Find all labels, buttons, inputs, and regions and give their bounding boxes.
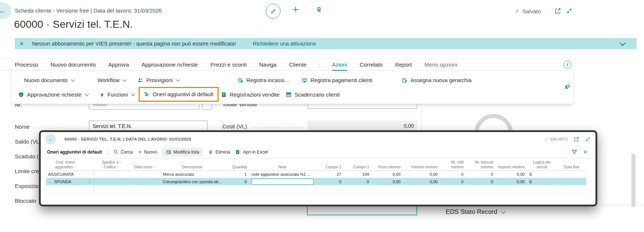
cell-value[interactable]: SPONDA — [54, 179, 71, 184]
cell-row-menu[interactable] — [85, 185, 94, 193]
cell-descrizione[interactable] — [160, 185, 224, 193]
col-nr-bancali-minimo[interactable]: Nr. bancali minimo — [466, 159, 495, 171]
factbox-heading-eds-stato-record[interactable]: EDS Stato Record — [446, 208, 505, 216]
menu-item-cliente[interactable]: Cliente — [289, 61, 306, 68]
cell-campo-2[interactable]: 0 — [343, 178, 371, 185]
cell-logica-vincoli[interactable] — [527, 185, 557, 193]
cell-campo-2[interactable] — [343, 185, 371, 193]
cell-data-inizio[interactable] — [129, 171, 160, 178]
ribbon-nuovo-documento[interactable]: Nuovo documento — [24, 75, 74, 85]
col-campo-2[interactable]: Campo 2 — [343, 159, 371, 171]
col-quantita[interactable]: Quantità — [224, 159, 249, 171]
close-icon[interactable]: × — [20, 40, 24, 47]
back-button[interactable]: ← — [0, 2, 11, 19]
chevron-down-icon[interactable] — [620, 40, 626, 46]
edit-button[interactable] — [266, 4, 280, 19]
ribbon-assegna-nuova-gerarchia[interactable]: Assegna nuova gerarchia — [402, 75, 471, 85]
search-button[interactable]: Cerca — [113, 149, 133, 155]
col-spedire-a[interactable]: Spedire a - Codice ↑ — [94, 159, 129, 171]
popout-icon[interactable] — [574, 137, 579, 142]
menu-item-nuovo-documento[interactable]: Nuovo documento — [51, 61, 96, 68]
col-descrizione[interactable]: Descrizione — [160, 159, 224, 171]
ribbon-workflow[interactable]: Workflow — [97, 75, 126, 85]
cell-cod-onere[interactable] — [46, 185, 85, 193]
delete-record-button[interactable] — [316, 6, 322, 13]
pin-icon[interactable] — [563, 83, 571, 91]
cell-nr-bancali-minimo[interactable]: 0 — [466, 171, 495, 178]
col-logica-vincoli[interactable]: Logica dei vincoli — [527, 159, 557, 171]
delete-button[interactable]: Elimina — [208, 149, 230, 155]
menu-item-approva[interactable]: Approva — [108, 61, 129, 68]
cell-peso-minimo[interactable]: 0,00 — [371, 171, 403, 178]
cell-descrizione[interactable]: Consegna/ritiro con sponda idr... — [160, 178, 224, 185]
col-note[interactable]: Note — [249, 159, 316, 171]
cell-data-fine[interactable] — [557, 185, 586, 193]
cell-campo-1[interactable]: 0 — [316, 178, 343, 185]
cell-volume-minimo[interactable]: 0,00 — [403, 178, 440, 185]
shrink-arrows-icon[interactable] — [585, 137, 591, 142]
cell-peso-minimo[interactable] — [371, 185, 403, 193]
col-campo-1[interactable]: Campo 1 — [316, 159, 343, 171]
cell-spedire-a[interactable] — [94, 178, 129, 185]
cell-spedire-a[interactable] — [94, 185, 129, 193]
menu-item-azioni[interactable]: Azioni — [332, 61, 347, 68]
menu-item-report[interactable]: Report — [395, 61, 412, 68]
note-input[interactable] — [252, 179, 313, 185]
cell-note-editing[interactable] — [249, 178, 316, 185]
ribbon-registrazioni-vendite[interactable]: Registrazioni vendite — [221, 90, 280, 100]
cell-nr-bancali-minimo[interactable] — [466, 185, 495, 193]
cell-quantita[interactable]: 0 — [224, 178, 249, 185]
cell-quantita[interactable] — [224, 185, 249, 193]
ribbon-funzioni[interactable]: Funzioni — [100, 90, 135, 100]
table-row[interactable]: ASSICURATA Merce assicurata 1 note aggiu… — [46, 171, 586, 178]
list-options-icon[interactable]: ≡ — [584, 149, 587, 155]
ribbon-provvigioni[interactable]: Provvigioni — [137, 75, 179, 85]
col-data-inizio[interactable]: Data inizio ↑ — [129, 159, 160, 171]
col-volume-minimo[interactable]: Volume minimo — [403, 159, 440, 171]
cell-nr-colli-minimo[interactable]: 0 — [440, 178, 466, 185]
menu-item-processo[interactable]: Processo — [15, 61, 38, 68]
open-in-excel-button[interactable]: Apri in Excel — [236, 149, 268, 155]
cell-quantita[interactable]: 1 — [224, 171, 249, 178]
col-nr-colli-minimo[interactable]: Nr. colli minimo — [440, 159, 466, 171]
cell-importo-minimo[interactable]: 0,00 — [495, 171, 527, 178]
col-peso-minimo[interactable]: Peso minimo — [371, 159, 403, 171]
menu-item-meno-opzioni[interactable]: Meno opzioni — [424, 61, 457, 68]
menu-item-prezzi-e-sconti[interactable]: Prezzi e sconti — [210, 61, 247, 68]
cell-volume-minimo[interactable] — [403, 185, 440, 193]
cell-importo-minimo[interactable]: 0,00 — [495, 178, 527, 185]
new-record-button[interactable]: + — [292, 4, 299, 15]
cell-importo-minimo[interactable] — [495, 185, 527, 193]
menu-item-correlato[interactable]: Correlato — [360, 61, 383, 68]
cell-note[interactable] — [249, 185, 316, 193]
cell-cod-onere[interactable]: ASSICURATA — [46, 171, 85, 178]
cell-volume-minimo[interactable]: 0,00 — [403, 171, 440, 178]
cell-campo-1[interactable]: 27 — [316, 171, 343, 178]
cell-peso-minimo[interactable]: 0,00 — [371, 178, 403, 185]
ribbon-registra-incassi[interactable]: Registra incassi... — [238, 75, 289, 85]
new-button[interactable]: + Nuovo — [138, 149, 157, 155]
cell-data-inizio[interactable] — [129, 185, 160, 193]
table-row-selected[interactable]: →SPONDA ⋮ Consegna/ritiro con sponda idr… — [46, 178, 586, 185]
cell-descrizione[interactable]: Merce assicurata — [160, 171, 224, 178]
col-cod-onere[interactable]: Cod. onere aggiuntivo ↑ — [46, 159, 85, 171]
cell-nr-colli-minimo[interactable]: 0 — [440, 171, 466, 178]
cell-row-menu[interactable] — [85, 171, 94, 178]
cell-campo-1[interactable] — [316, 185, 343, 193]
collapse-page-button[interactable] — [566, 7, 573, 14]
open-in-new-window-button[interactable] — [554, 7, 561, 14]
cell-data-inizio[interactable] — [129, 178, 160, 185]
table-row-empty[interactable] — [46, 185, 586, 193]
cell-row-menu[interactable]: ⋮ — [85, 178, 94, 185]
filter-icon[interactable] — [571, 149, 577, 155]
scrollbar[interactable] — [631, 154, 635, 207]
cell-logica-vincoli[interactable]: E — [527, 171, 557, 178]
cell-note[interactable]: note aggiuntive assicurata %1 ... — [249, 171, 316, 178]
cell-spedire-a[interactable] — [94, 171, 129, 178]
notification-action-link[interactable]: Richiedere una attivazione — [253, 41, 316, 47]
edit-list-button-active[interactable]: Modifica lista — [162, 148, 203, 157]
cell-nr-colli-minimo[interactable] — [440, 185, 466, 193]
ribbon-oneri-aggiuntivi-di-default-highlighted[interactable]: Oneri aggiuntivi di default — [139, 87, 219, 102]
info-icon[interactable]: i — [564, 61, 571, 68]
ribbon-registra-pagamenti-clienti[interactable]: Registra pagamenti clienti — [302, 75, 372, 85]
